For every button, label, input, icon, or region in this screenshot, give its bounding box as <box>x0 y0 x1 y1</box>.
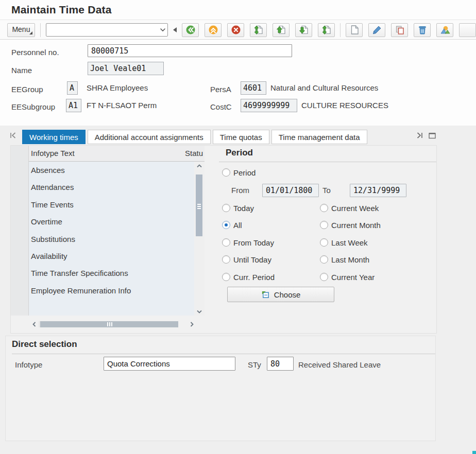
last-page-button[interactable] <box>318 23 335 37</box>
copy-icon <box>395 25 405 35</box>
radio-circle[interactable] <box>222 168 230 177</box>
exit-button[interactable] <box>205 23 222 37</box>
radio-period[interactable]: Period <box>222 167 256 178</box>
list-item-time-events[interactable]: Time Events <box>29 196 194 213</box>
list-item-overtime[interactable]: Overtime <box>29 213 194 230</box>
infotype-label: Infotype <box>15 358 42 372</box>
pers-a-text: Natural and Cultural Resources <box>270 81 378 95</box>
working-times-panel: Infotype Text Statu Absences Attendances… <box>10 145 437 334</box>
pers-a-label: PersA <box>210 84 231 95</box>
choose-button[interactable]: Choose <box>227 287 334 302</box>
list-item-time-transfer-specifications[interactable]: Time Transfer Specifications <box>29 265 194 282</box>
ee-subgroup-text: FT N-FLSAOT Perm <box>87 99 157 112</box>
last-page-icon <box>321 25 332 35</box>
delete-icon <box>417 25 428 35</box>
toolbar-separator <box>40 23 41 37</box>
overview-button[interactable] <box>436 23 453 37</box>
menu-button-label: Menu <box>12 25 30 33</box>
radio-current-year[interactable]: Current Year <box>320 272 375 282</box>
scroll-right-icon[interactable] <box>187 320 196 329</box>
delete-button[interactable] <box>414 23 431 37</box>
radio-until-today[interactable]: Until Today <box>222 254 271 265</box>
choose-icon <box>261 290 270 299</box>
radio-from-today[interactable]: From Today <box>222 237 274 248</box>
cost-c-field: 4699999999 <box>241 99 297 112</box>
collapse-left-icon[interactable] <box>173 27 177 32</box>
edit-button[interactable] <box>368 23 385 37</box>
exit-icon <box>208 25 218 35</box>
maintain-time-data-window: Maintain Time Data Menu <box>0 0 476 454</box>
back-button[interactable] <box>182 23 199 37</box>
personnel-no-input[interactable] <box>88 44 292 57</box>
radio-last-month[interactable]: Last Month <box>320 254 369 265</box>
ee-group-label: EEGroup <box>11 84 43 95</box>
radio-current-month[interactable]: Current Month <box>320 220 381 230</box>
previous-page-button[interactable] <box>273 23 290 37</box>
direct-selection-divider <box>12 354 435 354</box>
title-bar: Maintain Time Data <box>0 0 476 20</box>
cancel-button[interactable] <box>227 23 244 37</box>
ee-subgroup-label: EESubgroup <box>11 102 55 112</box>
radio-current-week[interactable]: Current Week <box>320 203 379 213</box>
radio-last-week[interactable]: Last Week <box>320 237 368 248</box>
from-date-input[interactable] <box>262 184 319 197</box>
cost-c-label: CostC <box>210 102 232 112</box>
infotype-list: Infotype Text Statu Absences Attendances… <box>11 146 206 334</box>
previous-page-icon <box>276 25 286 35</box>
horizontal-scrollbar[interactable] <box>11 319 206 330</box>
overview-icon <box>440 25 450 35</box>
scroll-down-icon[interactable] <box>194 307 205 316</box>
direct-selection-heading: Direct selection <box>12 339 77 350</box>
tab-time-quotas[interactable]: Time quotas <box>213 130 269 144</box>
thumb-grip <box>107 322 108 326</box>
back-icon <box>185 25 196 35</box>
vertical-scrollbar[interactable] <box>194 162 205 316</box>
first-page-icon <box>253 25 264 35</box>
chevron-down-icon[interactable] <box>158 28 167 32</box>
name-field: Joel Veale01 <box>88 62 164 75</box>
list-item-employee-remuneration-info[interactable]: Employee Remuneration Info <box>29 282 194 299</box>
list-item-attendances[interactable]: Attendances <box>29 179 194 196</box>
pers-a-field: 4601 <box>241 81 266 95</box>
first-page-button[interactable] <box>250 23 267 37</box>
list-rows: Absences Attendances Time Events Overtim… <box>29 162 194 316</box>
create-button[interactable] <box>346 23 363 37</box>
infotype-input[interactable] <box>104 357 235 371</box>
scroll-left-icon[interactable] <box>29 320 39 329</box>
tab-additional-account-assignments[interactable]: Additional account assignments <box>88 130 211 144</box>
ee-group-text: SHRA Employees <box>87 81 148 95</box>
scroll-up-icon[interactable] <box>194 162 205 170</box>
toolbar-separator <box>340 23 341 37</box>
next-page-icon <box>299 25 309 35</box>
sty-text: Received Shared Leave <box>298 358 381 372</box>
radio-all[interactable]: All <box>222 220 242 230</box>
choose-button-label: Choose <box>274 290 301 299</box>
list-item-absences[interactable]: Absences <box>29 162 194 179</box>
radio-curr-period[interactable]: Curr. Period <box>222 272 275 282</box>
command-field[interactable] <box>46 23 168 37</box>
period-heading: Period <box>226 148 253 158</box>
list-item-substitutions[interactable]: Substitutions <box>29 231 194 248</box>
tab-time-management-data[interactable]: Time management data <box>271 130 367 144</box>
detach-panel-icon[interactable] <box>428 131 437 140</box>
vertical-scrollbar-thumb[interactable] <box>196 174 202 236</box>
to-date-input[interactable] <box>350 184 406 197</box>
from-to-row: From To <box>219 184 437 197</box>
copy-button[interactable] <box>391 23 408 37</box>
next-page-button[interactable] <box>295 23 312 37</box>
list-item-availability[interactable]: Availability <box>29 248 194 265</box>
horizontal-scrollbar-thumb[interactable] <box>40 321 178 327</box>
tab-working-times[interactable]: Working times <box>22 130 86 144</box>
command-input[interactable] <box>46 24 158 36</box>
scroll-tabs-right-icon[interactable] <box>415 131 424 140</box>
nav-icon-group <box>182 23 335 37</box>
radio-today[interactable]: Today <box>222 203 254 213</box>
employee-form: Personnel no. Name Joel Veale01 EEGroup … <box>0 40 476 126</box>
column-infotype-text: Infotype Text <box>31 146 75 161</box>
sty-input[interactable] <box>267 357 294 371</box>
menu-button[interactable]: Menu <box>7 23 35 37</box>
period-section: Period Period From To Today Current Week… <box>219 146 437 334</box>
list-selection-gutter[interactable] <box>11 146 29 316</box>
scroll-tabs-left-icon[interactable] <box>8 131 18 140</box>
partial-button[interactable] <box>459 23 476 37</box>
